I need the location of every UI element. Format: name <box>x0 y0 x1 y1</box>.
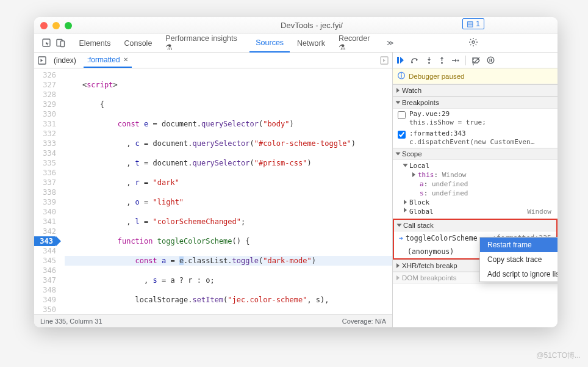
debug-toolbar <box>393 53 558 68</box>
code-content: <script> { const e = document.querySelec… <box>60 68 392 314</box>
status-bar: Line 335, Column 31 Coverage: N/A <box>34 314 392 327</box>
file-tab-formatted[interactable]: :formatted✕ <box>84 53 132 68</box>
step-out-icon[interactable] <box>439 56 445 64</box>
traffic-lights <box>40 22 72 29</box>
current-frame-icon: ➜ <box>399 234 403 242</box>
close-tab-icon[interactable]: ✕ <box>123 56 128 63</box>
devtools-tabs: Elements Console Performance insights ⚗ … <box>34 34 558 53</box>
step-icon[interactable] <box>451 57 459 64</box>
ctx-ignore-script[interactable]: Add script to ignore list <box>480 267 558 282</box>
section-callstack[interactable]: Call stack <box>394 220 556 231</box>
svg-point-9 <box>441 62 443 64</box>
snippet-run-icon[interactable] <box>380 56 389 65</box>
tab-console[interactable]: Console <box>118 35 158 52</box>
messages-badge[interactable]: ▤1 <box>462 18 484 29</box>
debugger-pane: ⓘ Debugger paused Watch Breakpoints Pay.… <box>393 53 558 327</box>
close-window-icon[interactable] <box>40 22 48 29</box>
info-icon: ⓘ <box>398 71 405 81</box>
svg-rect-2 <box>60 41 64 47</box>
breakpoint-item[interactable]: Pay.vue:29this.isShow = true; <box>393 109 558 128</box>
svg-point-10 <box>457 59 459 61</box>
source-pane: (index) :formatted✕ 32632732832933033133… <box>34 53 393 327</box>
cursor-position: Line 335, Column 31 <box>40 318 102 325</box>
flask-icon: ⚗ <box>165 43 173 52</box>
scope-local: Local this: Window a: undefined s: undef… <box>393 160 558 219</box>
tab-elements[interactable]: Elements <box>73 35 117 52</box>
svg-rect-14 <box>491 59 492 62</box>
pause-exceptions-icon[interactable] <box>487 56 495 64</box>
svg-point-12 <box>487 57 494 64</box>
breakpoint-checkbox[interactable] <box>398 111 406 119</box>
resume-icon[interactable] <box>396 56 404 64</box>
section-breakpoints[interactable]: Breakpoints <box>393 96 558 109</box>
ctx-restart-frame[interactable]: Restart frame <box>480 238 558 252</box>
deactivate-breakpoints-icon[interactable] <box>472 57 481 64</box>
device-mode-icon[interactable] <box>54 37 67 50</box>
svg-rect-6 <box>397 57 399 64</box>
navigator-toggle-icon[interactable] <box>38 56 46 65</box>
zoom-window-icon[interactable] <box>65 22 72 29</box>
tab-sources[interactable]: Sources <box>249 34 290 53</box>
ctx-copy-stack[interactable]: Copy stack trace <box>480 252 558 267</box>
settings-icon[interactable] <box>467 35 480 49</box>
file-tabs-bar: (index) :formatted✕ <box>34 53 392 68</box>
minimize-window-icon[interactable] <box>52 22 60 29</box>
svg-point-8 <box>428 62 430 64</box>
svg-point-7 <box>411 61 413 63</box>
coverage-status: Coverage: N/A <box>342 318 386 325</box>
file-tab-index[interactable]: (index) <box>50 54 80 67</box>
paused-banner: ⓘ Debugger paused <box>393 68 558 84</box>
message-icon: ▤ <box>467 20 473 28</box>
more-tabs-icon[interactable]: ≫ <box>387 39 394 47</box>
watermark: @51CTO博... <box>536 351 581 361</box>
svg-point-3 <box>472 41 475 43</box>
breakpoint-marker[interactable]: 343 <box>34 236 56 246</box>
svg-rect-13 <box>489 59 490 62</box>
step-into-icon[interactable] <box>426 56 432 64</box>
flask-icon: ⚗ <box>339 43 346 52</box>
section-scope[interactable]: Scope <box>393 148 558 160</box>
section-watch[interactable]: Watch <box>393 84 558 96</box>
breakpoint-checkbox[interactable] <box>398 131 406 139</box>
devtools-window: DevTools - jec.fyi/ Elements Console Per… <box>34 17 558 327</box>
code-editor[interactable]: 3263273283293303313323333343353363373383… <box>34 68 392 314</box>
step-over-icon[interactable] <box>411 57 420 64</box>
tab-network[interactable]: Network <box>291 35 331 52</box>
context-menu: Restart frame Copy stack trace Add scrip… <box>479 237 558 282</box>
line-gutter: 3263273283293303313323333343353363373383… <box>34 68 60 314</box>
breakpoint-item[interactable]: :formatted:343c.dispatchEvent(new Custom… <box>393 128 558 148</box>
callstack-highlight: Call stack ➜ toggleColorScheme :formatte… <box>393 219 558 260</box>
inspect-element-icon[interactable] <box>40 37 53 50</box>
